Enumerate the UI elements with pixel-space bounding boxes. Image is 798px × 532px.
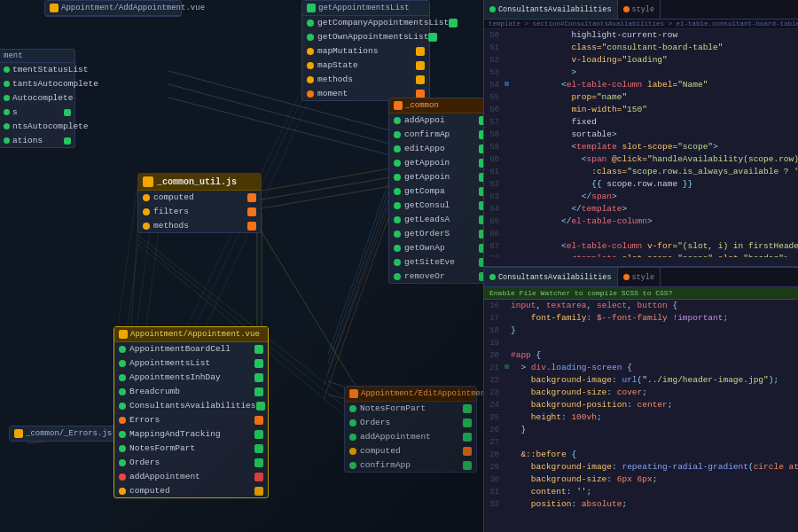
tab-consultants-css[interactable]: ConsultantsAvailabilities — [484, 268, 618, 286]
dot-methods — [143, 223, 150, 230]
tab-style-css[interactable]: style — [618, 268, 661, 286]
ind-methods — [247, 222, 256, 231]
code-line-54: 54 <el-table-column label="Name" — [484, 79, 798, 91]
svg-line-17 — [262, 186, 390, 208]
code-line-58: 58 sortable> — [484, 129, 798, 141]
svg-line-12 — [328, 195, 390, 372]
partial-card-row: tantsAutocomplete — [0, 77, 74, 91]
errors-card: _common/_Errors.js — [9, 426, 124, 442]
css-line-29: 29 background-image: repeating-radial-gr… — [484, 461, 798, 473]
appointment-row-8: NotesFormPart — [114, 442, 268, 456]
svg-line-2 — [168, 98, 390, 155]
svg-line-13 — [324, 204, 390, 386]
css-line-21: 21 > div.loading-screen { — [484, 362, 798, 374]
edit-row-3: addAppointment — [345, 430, 476, 444]
tab-icon-css-consultants — [489, 274, 496, 280]
code-line-62: 62 {{ scope.row.name }} — [484, 178, 798, 191]
bottom-editor-tabs: ConsultantsAvailabilities style — [484, 268, 798, 287]
code-line-65: 65 </el-table-column> — [484, 215, 798, 228]
css-line-19: 19 — [484, 337, 798, 349]
ind-computed — [247, 193, 256, 202]
c-row-8: getLeadsA — [389, 213, 492, 227]
css-code-content: 16 input, textarea, select, button { 17 … — [484, 300, 798, 526]
bottom-editor-panel: ConsultantsAvailabilities style Enable F… — [483, 266, 798, 532]
c-row-1: addAppoi — [389, 113, 492, 128]
al-row-3: mapMutations — [302, 44, 429, 59]
edit-appointment-card: Appointment/EditAppointment.vue NotesFor… — [344, 386, 477, 473]
css-line-18: 18 } — [484, 325, 798, 337]
c-row-10: getOwnAp — [389, 241, 492, 255]
al-row-5: methods — [302, 73, 429, 87]
appointment-row-9: Orders — [114, 456, 268, 470]
css-line-24: 24 background-position: center; — [484, 399, 798, 411]
util-row-methods: methods — [138, 219, 261, 232]
code-line-51: 51 class="consultant-board-table" — [484, 42, 798, 54]
appointment-header: Appointment/Appointment.vue — [114, 327, 268, 342]
tab-style[interactable]: style — [618, 0, 661, 19]
code-line-55: 55 prop="name" — [484, 91, 798, 104]
common-card: _common addAppoi confirmAp editAppo getA… — [388, 98, 493, 284]
edit-row-confirm: confirmApp — [345, 458, 476, 472]
css-line-22: 22 background-image: url("../img/header-… — [484, 374, 798, 387]
common-util-header: _common_util.js — [138, 174, 261, 191]
css-line-25: 25 height: 100vh; — [484, 411, 798, 424]
code-line-53: 53 > — [484, 66, 798, 79]
svg-line-15 — [262, 168, 390, 191]
al-row-2: getOwnAppointmentsList — [302, 30, 429, 44]
appointment-row-7: MappingAndTracking — [114, 427, 268, 442]
graph-panel: ment tmentStatusList tantsAutocomplete A… — [0, 0, 497, 532]
code-line-59: 59 <template slot-scope="scope"> — [484, 141, 798, 153]
c-row-2: confirmAp — [389, 128, 492, 142]
top-editor-tabs: ConsultantsAvailabilities style — [484, 0, 798, 20]
tab-consultants[interactable]: ConsultantsAvailabilities — [484, 0, 618, 19]
css-line-16: 16 input, textarea, select, button { — [484, 300, 798, 312]
util-icon — [143, 176, 153, 187]
code-line-64: 64 </template> — [484, 203, 798, 215]
edit-row-2: Orders — [345, 416, 476, 430]
al-row-1: getCompanyAppointmentsList — [302, 16, 429, 30]
c-row-7: getConsul — [389, 199, 492, 213]
add-appointment-card: Appointment/AddAppointment.vue — [44, 0, 182, 17]
appointment-row-6: Errors — [114, 413, 268, 427]
c-row-11: getSiteEve — [389, 255, 492, 270]
partial-card-1-header: ment — [0, 50, 74, 63]
c-row-6: getCompa — [389, 184, 492, 199]
errors-header: _common/_Errors.js — [10, 426, 123, 441]
css-line-30: 30 background-size: 6px 6px; — [484, 473, 798, 486]
css-line-23: 23 background-size: cover; — [484, 387, 798, 399]
tab-icon-consultants — [489, 6, 496, 12]
appointments-list-card: getAppointmentsList getCompanyAppointmen… — [301, 0, 430, 101]
util-row-filters: filters — [138, 205, 261, 219]
util-row-computed: computed — [138, 191, 261, 205]
code-line-52: 52 v-loading="loading" — [484, 54, 798, 66]
ind-filters — [247, 207, 256, 216]
css-line-17: 17 font-family: $--font-family !importan… — [484, 312, 798, 325]
c-row-12: removeOr — [389, 270, 492, 283]
common-util-card: _common_util.js computed filters methods — [137, 173, 262, 233]
appointment-row-computed: computed — [114, 484, 268, 497]
code-line-56: 56 min-width="150" — [484, 104, 798, 116]
c-row-5: getAppoin — [389, 170, 492, 184]
dot-filters — [143, 208, 150, 215]
partial-card-row: ations — [0, 134, 74, 147]
c-row-3: editAppo — [389, 142, 492, 156]
edit-row-computed: computed — [345, 444, 476, 458]
partial-card-row: s — [0, 106, 74, 120]
top-editor-panel: ConsultantsAvailabilities style template… — [483, 0, 798, 266]
code-line-63: 63 </span> — [484, 191, 798, 203]
code-line-66: 66 — [484, 228, 798, 240]
code-line-68: 68 <template slot-scope="scope" slot="he… — [484, 253, 798, 257]
css-line-20: 20 #app { — [484, 349, 798, 362]
appointment-row-10: addAppointment — [114, 470, 268, 484]
partial-card-row: Autocomplete — [0, 91, 74, 106]
appointments-list-header: getAppointmentsList — [302, 1, 429, 16]
svg-line-16 — [262, 177, 390, 200]
svg-line-5 — [253, 217, 364, 399]
appointment-card: Appointment/Appointment.vue AppointmentB… — [113, 326, 269, 498]
scss-notification[interactable]: Enable File Watcher to compile SCSS to C… — [484, 287, 798, 300]
top-breadcrumb: template > section#ConsultantsAvailabili… — [484, 20, 798, 29]
add-appointment-header: Appointment/AddAppointment.vue — [45, 1, 181, 16]
svg-line-24 — [115, 186, 137, 346]
appointment-row-2: AppointmentsList — [114, 356, 268, 371]
edit-row-1: NotesFormPart — [345, 402, 476, 416]
